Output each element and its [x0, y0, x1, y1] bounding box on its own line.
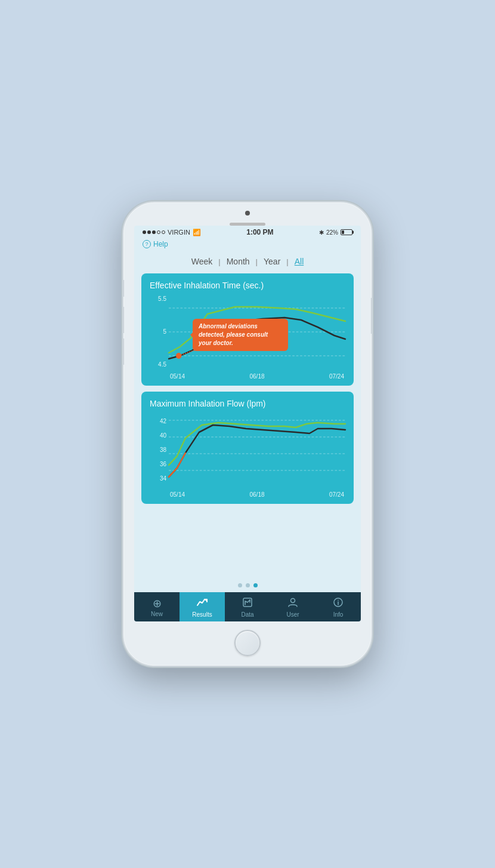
home-button-area [123, 624, 372, 666]
nav-results-label: Results [192, 611, 212, 618]
svg-point-10 [291, 599, 295, 603]
nav-info[interactable]: Info [315, 592, 361, 621]
x-label-0514: 05/14 [170, 373, 185, 380]
battery-percent: 22% [326, 229, 338, 236]
phone-screen: VIRGIN 📶 1:00 PM ✱ 22% ? Help Week | Mon… [134, 226, 361, 621]
help-icon: ? [143, 240, 151, 248]
info-icon [333, 597, 344, 610]
results-icon [196, 597, 208, 610]
nav-user[interactable]: User [270, 592, 315, 621]
y-label-5: 5 [163, 329, 166, 335]
x-label-0724: 07/24 [329, 373, 344, 380]
phone-top-hardware [123, 202, 372, 226]
signal-dot-4 [157, 230, 160, 234]
filter-week[interactable]: Week [185, 256, 219, 267]
dot-3[interactable] [253, 583, 258, 587]
svg-point-13 [338, 600, 339, 601]
filter-row: Week | Month | Year | All [134, 252, 361, 273]
x-labels-flow: 05/14 06/18 07/24 [169, 491, 345, 498]
x-label-flow-0618: 06/18 [249, 491, 264, 498]
mute-button[interactable] [122, 280, 124, 297]
data-icon [242, 597, 253, 610]
camera [245, 211, 250, 216]
chart-plot-flow [169, 414, 345, 486]
x-label-0618: 06/18 [249, 373, 264, 380]
pagination-dots [134, 577, 361, 592]
y-label-38: 38 [160, 447, 166, 453]
status-time: 1:00 PM [246, 228, 273, 236]
help-row[interactable]: ? Help [134, 238, 361, 252]
nav-data-label: Data [241, 611, 253, 618]
nav-results[interactable]: Results [180, 592, 225, 621]
filter-year[interactable]: Year [258, 256, 286, 267]
y-label-5_5: 5.5 [158, 296, 166, 302]
chart-inhalation-time-title: Effective Inhalation Time (sec.) [150, 281, 345, 290]
signal-strength [143, 230, 165, 234]
chart-inhalation-time-area: 5.5 5 4.5 [150, 296, 345, 380]
nav-new-label: New [151, 611, 163, 617]
signal-dot-2 [147, 230, 151, 234]
power-button[interactable] [371, 298, 373, 334]
y-labels-flow: 42 40 38 36 34 [150, 414, 166, 486]
y-label-40: 40 [160, 433, 166, 439]
nav-new[interactable]: ⊕ New [134, 592, 180, 621]
dot-1[interactable] [238, 583, 242, 587]
status-left: VIRGIN 📶 [143, 229, 201, 236]
bottom-nav: ⊕ New Results [134, 592, 361, 621]
x-label-flow-0514: 05/14 [170, 491, 185, 498]
carrier-label: VIRGIN [168, 229, 190, 236]
chart-inhalation-flow: Maximum Inhalation Flow (lpm) 42 40 38 3… [141, 392, 354, 504]
phone-device: VIRGIN 📶 1:00 PM ✱ 22% ? Help Week | Mon… [122, 201, 373, 667]
chart-tooltip: Abnormal deviations detected, please con… [193, 319, 288, 351]
help-label[interactable]: Help [153, 240, 168, 248]
new-icon: ⊕ [153, 598, 162, 609]
volume-up-button[interactable] [122, 307, 124, 333]
battery-fill [342, 230, 344, 234]
chart-inhalation-flow-title: Maximum Inhalation Flow (lpm) [150, 399, 345, 408]
chart-inhalation-time: Effective Inhalation Time (sec.) 5.5 5 4… [141, 273, 354, 386]
y-label-34: 34 [160, 476, 166, 482]
signal-dot-1 [143, 230, 146, 234]
nav-info-label: Info [333, 611, 344, 618]
y-label-42: 42 [160, 418, 166, 424]
battery-icon [341, 229, 352, 235]
wifi-icon: 📶 [193, 229, 201, 236]
y-label-36: 36 [160, 461, 166, 467]
nav-user-label: User [286, 611, 299, 618]
battery-tip [352, 231, 354, 234]
home-button[interactable] [234, 630, 261, 656]
filter-month[interactable]: Month [221, 256, 256, 267]
chart-plot-time: Abnormal deviations detected, please con… [169, 296, 345, 368]
svg-point-3 [176, 353, 181, 359]
user-icon [287, 597, 298, 610]
volume-down-button[interactable] [122, 338, 124, 365]
y-label-4_5: 4.5 [158, 362, 166, 368]
filter-all[interactable]: All [289, 256, 310, 267]
x-label-flow-0724: 07/24 [329, 491, 344, 498]
x-labels-time: 05/14 06/18 07/24 [169, 373, 345, 380]
y-labels-time: 5.5 5 4.5 [150, 296, 166, 368]
speaker [230, 223, 265, 226]
status-bar: VIRGIN 📶 1:00 PM ✱ 22% [134, 226, 361, 238]
dot-2[interactable] [246, 583, 250, 587]
chart-inhalation-flow-area: 42 40 38 36 34 [150, 414, 345, 498]
charts-area: Effective Inhalation Time (sec.) 5.5 5 4… [134, 273, 361, 577]
chart-svg-flow [169, 414, 345, 486]
bluetooth-icon: ✱ [319, 229, 324, 236]
signal-dot-5 [162, 230, 165, 234]
status-right: ✱ 22% [319, 229, 352, 236]
nav-data[interactable]: Data [225, 592, 270, 621]
signal-dot-3 [152, 230, 156, 234]
